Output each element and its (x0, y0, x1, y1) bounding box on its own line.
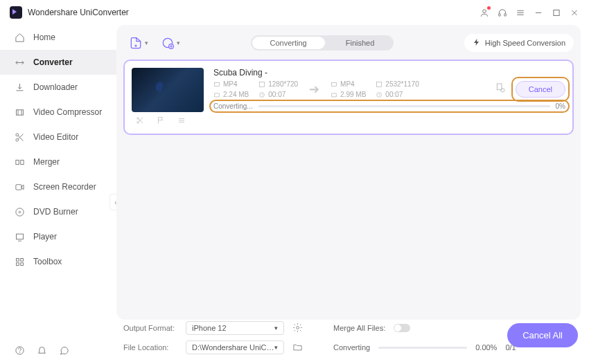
video-title: Scuba Diving - (213, 68, 565, 78)
svg-rect-18 (15, 184, 21, 190)
sidebar-item-label: Merger (33, 157, 60, 167)
add-url-button[interactable]: ▾ (161, 36, 180, 50)
svg-rect-17 (20, 160, 23, 164)
dst-format: MP4 (331, 80, 366, 88)
svg-rect-24 (20, 258, 23, 261)
maximize-icon[interactable] (552, 8, 561, 17)
dst-duration: 00:07 (376, 91, 419, 98)
progress-percent: 0% (556, 102, 565, 110)
dst-size: 2.99 MB (331, 91, 366, 98)
sidebar-item-label: DVD Burner (33, 207, 78, 217)
video-thumbnail[interactable] (132, 68, 204, 112)
svg-rect-45 (332, 82, 337, 86)
app-logo-icon (10, 6, 22, 19)
cancel-button[interactable]: Cancel (516, 81, 565, 98)
tab-segmented: Converting Finished (251, 35, 394, 51)
high-speed-button[interactable]: High Speed Conversion (464, 34, 574, 52)
svg-point-0 (483, 9, 486, 12)
minimize-icon[interactable] (534, 8, 543, 17)
sidebar-item-toolbox[interactable]: Toolbox (0, 249, 116, 274)
output-format-select[interactable]: iPhone 12▾ (186, 321, 284, 335)
toolbox-icon (14, 256, 25, 267)
tab-finished[interactable]: Finished (326, 35, 394, 51)
svg-rect-21 (16, 234, 23, 239)
sidebar-item-compressor[interactable]: Video Compressor (0, 100, 116, 125)
more-icon[interactable] (177, 116, 186, 127)
bell-icon[interactable] (36, 345, 47, 356)
footer-progress-bar (378, 347, 467, 349)
sidebar-item-player[interactable]: Player (0, 224, 116, 249)
flag-icon[interactable] (157, 116, 165, 127)
sidebar-item-dvd[interactable]: DVD Burner (0, 199, 116, 224)
file-location-select[interactable]: D:\Wondershare UniConverter▾ (186, 340, 284, 354)
sidebar-item-merger[interactable]: Merger (0, 149, 116, 174)
bolt-icon (473, 37, 481, 49)
sidebar-item-label: Toolbox (33, 257, 62, 266)
settings-icon[interactable] (495, 82, 506, 96)
svg-point-28 (19, 352, 20, 353)
arrow-icon: ➔ (309, 82, 319, 97)
sidebar-item-editor[interactable]: Video Editor (0, 125, 116, 149)
progress-bar (258, 105, 550, 107)
footer-progress-pct: 0.00% (475, 343, 497, 352)
feedback-icon[interactable] (58, 345, 69, 356)
dst-resolution: 2532*1170 (376, 80, 419, 88)
src-resolution: 1280*720 (258, 80, 298, 88)
merge-toggle[interactable] (394, 324, 410, 332)
converting-label: Converting (333, 343, 370, 352)
add-file-button[interactable]: ▾ (129, 36, 148, 50)
file-location-label: File Location: (123, 343, 177, 352)
sidebar-item-label: Video Compressor (33, 107, 102, 117)
sidebar-item-converter[interactable]: Converter (0, 50, 116, 75)
sidebar-item-label: Screen Recorder (33, 182, 96, 192)
app-title: Wondershare UniConverter (28, 8, 129, 17)
merge-label: Merge All Files: (333, 324, 385, 332)
svg-point-20 (19, 211, 21, 213)
compressor-icon (14, 107, 25, 118)
svg-rect-16 (15, 160, 18, 164)
format-settings-icon[interactable] (292, 322, 303, 334)
src-size: 2.24 MB (213, 91, 249, 98)
high-speed-label: High Speed Conversion (485, 39, 565, 47)
sidebar-item-downloader[interactable]: Downloader (0, 75, 116, 100)
merger-icon (14, 156, 25, 167)
svg-rect-2 (504, 13, 506, 16)
svg-point-12 (15, 133, 18, 136)
svg-point-19 (15, 208, 23, 215)
download-icon (14, 82, 25, 93)
menu-icon[interactable] (516, 8, 525, 17)
tab-converting[interactable]: Converting (252, 37, 325, 49)
svg-rect-42 (215, 82, 220, 86)
cancel-all-button[interactable]: Cancel All (507, 323, 578, 347)
recorder-icon (14, 181, 25, 192)
output-format-label: Output Format: (123, 324, 177, 332)
sidebar-item-recorder[interactable]: Screen Recorder (0, 174, 116, 199)
user-icon[interactable] (480, 8, 489, 17)
sidebar-item-label: Player (33, 232, 57, 242)
src-format: MP4 (213, 80, 249, 88)
cut-icon[interactable] (136, 116, 144, 127)
headset-icon[interactable] (498, 8, 507, 17)
svg-rect-25 (16, 262, 19, 265)
src-duration: 00:07 (258, 91, 298, 98)
disc-icon (14, 206, 25, 217)
sidebar-item-label: Converter (33, 57, 73, 67)
svg-point-35 (137, 118, 139, 120)
sidebar-item-home[interactable]: Home (0, 25, 116, 50)
play-icon (14, 231, 25, 242)
sidebar-item-label: Downloader (33, 82, 78, 92)
help-icon[interactable] (14, 345, 25, 356)
svg-rect-43 (260, 82, 265, 87)
svg-point-13 (15, 138, 18, 141)
scissors-icon (14, 131, 25, 143)
titlebar: Wondershare UniConverter (0, 0, 589, 25)
svg-rect-26 (20, 262, 23, 265)
close-icon[interactable] (570, 8, 579, 17)
conversion-card: Scuba Diving - MP4 1280*720 2.24 MB 00:0… (123, 60, 574, 135)
svg-point-36 (137, 122, 139, 124)
svg-rect-23 (16, 258, 19, 261)
sidebar-item-label: Home (33, 33, 55, 42)
folder-icon[interactable] (292, 342, 303, 354)
home-icon (14, 32, 25, 43)
svg-rect-11 (16, 109, 23, 115)
